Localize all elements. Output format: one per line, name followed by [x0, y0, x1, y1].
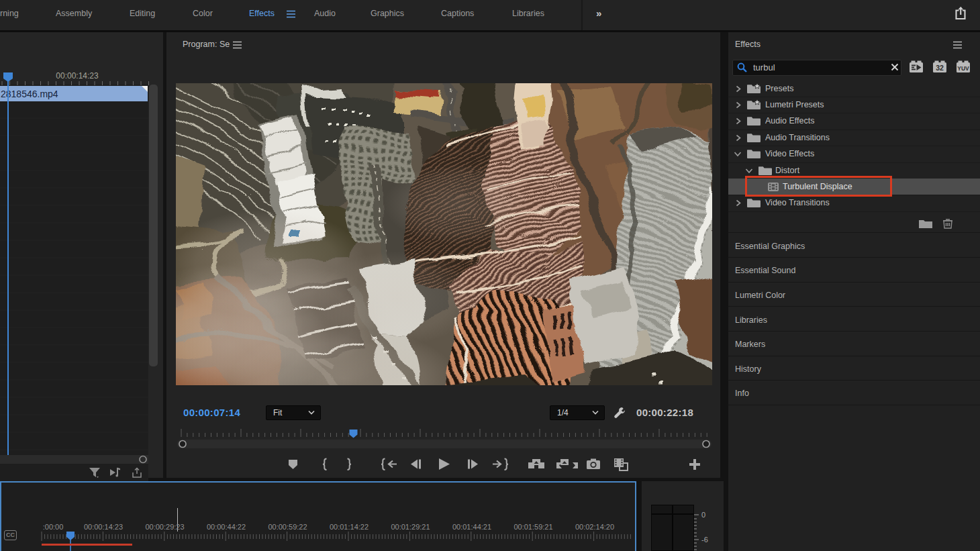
svg-text:0: 0 [701, 511, 705, 519]
svg-text:-6: -6 [701, 536, 708, 544]
